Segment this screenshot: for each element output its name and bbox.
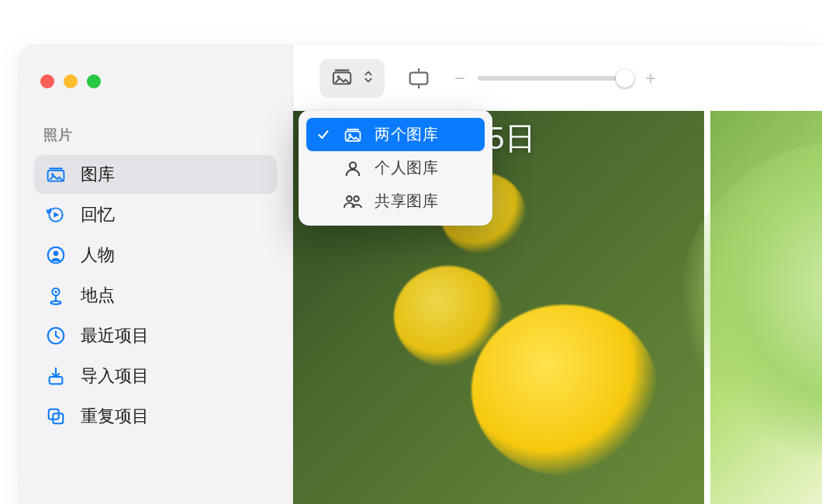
photo-stack-icon (342, 126, 364, 143)
people-icon (45, 244, 67, 266)
scope-option-label: 两个图库 (375, 124, 438, 145)
sidebar-item-recents[interactable]: 最近项目 (34, 316, 277, 355)
memories-icon (45, 204, 67, 226)
photo-stack-icon (330, 67, 354, 90)
checkmark-icon (316, 129, 331, 141)
close-window-button[interactable] (40, 74, 54, 88)
scope-option-both-libraries[interactable]: 两个图库 (306, 118, 485, 151)
sidebar-item-memories[interactable]: 回忆 (34, 195, 277, 234)
places-icon (45, 285, 67, 306)
sidebar-item-imports[interactable]: 导入项目 (34, 357, 277, 395)
person-icon (342, 160, 364, 177)
photo-stack-icon (45, 164, 67, 185)
sidebar-item-label: 地点 (81, 284, 115, 307)
scope-option-personal-library[interactable]: 个人图库 (306, 151, 485, 185)
sidebar-item-label: 导入项目 (81, 364, 149, 388)
sidebar-item-label: 重复项目 (81, 405, 149, 428)
library-scope-button[interactable] (319, 59, 385, 98)
zoom-slider: − + (453, 67, 658, 89)
library-scope-popover: 两个图库 个人图库 共享图库 (299, 110, 492, 226)
scope-option-label: 共享图库 (375, 191, 438, 212)
minimize-window-button[interactable] (64, 74, 78, 88)
sidebar-item-label: 图库 (81, 163, 115, 186)
sidebar-item-label: 回忆 (81, 203, 115, 226)
aspect-toggle-button[interactable] (406, 67, 431, 90)
sidebar-item-label: 人物 (81, 243, 115, 267)
toolbar: − + (293, 45, 822, 111)
zoom-plus-label: + (644, 67, 658, 89)
sidebar-item-duplicates[interactable]: 重复项目 (34, 397, 277, 436)
duplicates-icon (45, 406, 67, 427)
recents-icon (45, 325, 67, 347)
sidebar-item-library[interactable]: 图库 (34, 155, 277, 194)
zoom-slider-thumb[interactable] (616, 69, 634, 88)
zoom-window-button[interactable] (87, 74, 101, 88)
sidebar: 照片 图库 回忆 人物 地点 最近项目 (19, 45, 293, 504)
chevron-up-down-icon (363, 69, 374, 88)
sidebar-item-label: 最近项目 (81, 324, 149, 347)
imports-icon (45, 365, 67, 387)
zoom-minus-label: − (453, 67, 467, 89)
zoom-slider-track[interactable] (478, 76, 633, 81)
sidebar-section-label: 照片 (43, 126, 277, 144)
sidebar-item-places[interactable]: 地点 (34, 276, 277, 315)
window-controls (40, 74, 277, 88)
sidebar-item-people[interactable]: 人物 (34, 236, 277, 274)
scope-option-label: 个人图库 (375, 157, 438, 178)
people-group-icon (342, 193, 364, 210)
sidebar-list: 图库 回忆 人物 地点 最近项目 导入项目 (34, 155, 277, 436)
photo-thumbnail[interactable] (710, 111, 822, 504)
scope-option-shared-library[interactable]: 共享图库 (306, 185, 485, 218)
